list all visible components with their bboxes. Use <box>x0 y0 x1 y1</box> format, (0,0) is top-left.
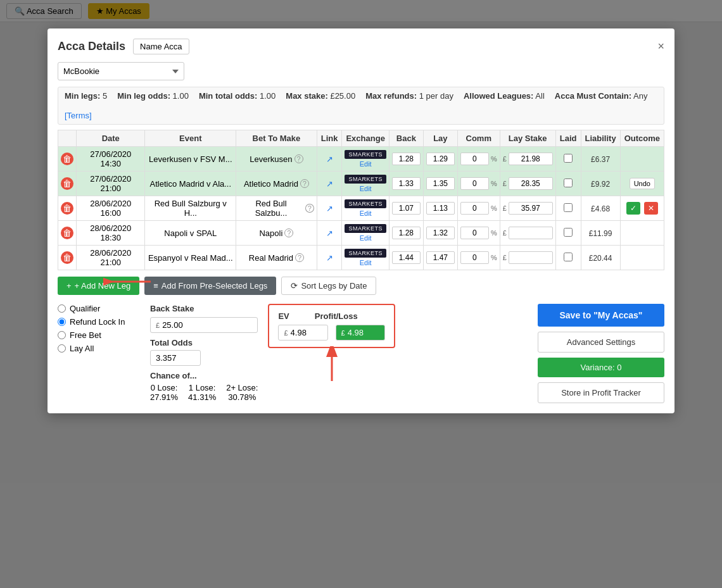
laid-checkbox-5[interactable] <box>564 253 573 261</box>
laid-checkbox-2[interactable] <box>564 178 573 187</box>
qualifier-radio-label[interactable]: Qualifier <box>58 304 140 313</box>
profit-input[interactable] <box>348 328 379 337</box>
add-preselected-button[interactable]: ≡ Add From Pre-Selected Legs <box>144 277 276 295</box>
store-tracker-button[interactable]: Store in Profit Tracker <box>538 382 664 403</box>
outcome-5 <box>620 246 664 270</box>
help-icon-3[interactable]: ? <box>305 204 314 213</box>
close-button[interactable]: × <box>657 40 664 53</box>
date-5: 28/06/2020 21:00 <box>77 246 145 270</box>
ev-profit-box: EV Profit/Loss £ £ <box>268 304 395 348</box>
cancel-button-3[interactable]: ✕ <box>644 202 658 215</box>
lay-input-2[interactable] <box>426 177 455 190</box>
external-link-1[interactable]: ↗ <box>326 154 333 164</box>
sort-legs-button[interactable]: ⟳ Sort Legs by Date <box>281 277 376 295</box>
delete-row-2-button[interactable]: 🗑 <box>61 177 73 190</box>
lay-input-1[interactable] <box>426 153 455 165</box>
free-bet-radio-label[interactable]: Free Bet <box>58 330 140 340</box>
ev-currency: £ <box>284 329 288 337</box>
back-input-1[interactable] <box>392 153 421 165</box>
back-input-4[interactable] <box>392 227 421 239</box>
delete-row-1-button[interactable]: 🗑 <box>61 153 73 165</box>
info-bar: Min legs: 5 Min leg odds: 1.00 Min total… <box>58 87 664 125</box>
comm-input-1[interactable] <box>460 153 489 165</box>
lay-input-4[interactable] <box>426 227 455 239</box>
exchange-edit-3[interactable]: Edit <box>360 210 372 217</box>
lay-input-5[interactable] <box>426 251 455 264</box>
exchange-edit-1[interactable]: Edit <box>360 160 372 168</box>
name-acca-button[interactable]: Name Acca <box>133 39 189 54</box>
exchange-edit-2[interactable]: Edit <box>360 185 372 192</box>
help-icon-5[interactable]: ? <box>295 253 304 262</box>
stake-label: Back Stake <box>150 304 258 313</box>
col-delete <box>58 130 77 147</box>
exchange-badge-3: SMARKETS <box>345 199 386 208</box>
acca-details-modal: Acca Details Name Acca × McBookie Min le… <box>48 28 674 413</box>
bookmaker-dropdown[interactable]: McBookie <box>58 62 184 80</box>
external-link-3[interactable]: ↗ <box>326 204 333 213</box>
lay-all-radio[interactable] <box>58 344 66 353</box>
allowed-leagues-info: Allowed Leagues: All <box>464 91 545 101</box>
save-accas-button[interactable]: Save to "My Accas" <box>538 304 664 327</box>
back-input-2[interactable] <box>392 177 421 190</box>
chance-1-lose-value: 41.31% <box>188 392 216 402</box>
back-input-3[interactable] <box>392 202 421 215</box>
col-laid: Laid <box>555 130 581 147</box>
exchange-edit-4[interactable]: Edit <box>360 234 372 242</box>
right-actions: Save to "My Accas" Advanced Settings Var… <box>538 304 664 403</box>
delete-row-5-button[interactable]: 🗑 <box>61 251 73 264</box>
col-back: Back <box>389 130 423 147</box>
col-link: Link <box>317 130 342 147</box>
external-link-2[interactable]: ↗ <box>326 179 333 189</box>
outcome-4 <box>620 221 664 246</box>
exchange-edit-5[interactable]: Edit <box>360 259 372 266</box>
free-bet-radio[interactable] <box>58 331 66 339</box>
exchange-badge-2: SMARKETS <box>345 175 386 184</box>
laid-checkbox-1[interactable] <box>564 154 573 163</box>
lay-stake-input-1[interactable] <box>509 153 553 165</box>
lay-stake-input-3[interactable] <box>509 202 553 215</box>
help-icon-1[interactable]: ? <box>294 154 303 163</box>
liability-2: £9.92 <box>591 180 610 189</box>
refund-lock-in-radio[interactable] <box>58 318 66 326</box>
bet-2: Atletico Madrid <box>244 179 298 189</box>
ev-input[interactable] <box>291 328 322 337</box>
help-icon-4[interactable]: ? <box>284 228 293 237</box>
col-event: Event <box>145 130 236 147</box>
terms-link[interactable]: [Terms] <box>65 111 92 120</box>
lay-all-radio-label[interactable]: Lay All <box>58 344 140 353</box>
undo-button-2[interactable]: Undo <box>630 178 655 189</box>
comm-input-2[interactable] <box>460 177 489 190</box>
laid-checkbox-3[interactable] <box>564 203 573 212</box>
chance-0-lose: 0 Lose: 27.91% <box>150 383 178 402</box>
comm-input-4[interactable] <box>460 227 489 239</box>
confirm-button-3[interactable]: ✓ <box>626 202 640 215</box>
min-legs-info: Min legs: 5 <box>65 91 107 101</box>
external-link-5[interactable]: ↗ <box>326 253 333 263</box>
col-lay: Lay <box>423 130 457 147</box>
delete-row-3-button[interactable]: 🗑 <box>61 202 73 215</box>
event-1: Leverkusen v FSV M... <box>145 147 236 172</box>
liability-1: £6.37 <box>591 155 610 164</box>
refund-lock-in-radio-label[interactable]: Refund Lock In <box>58 317 140 327</box>
event-3: Red Bull Salzburg v H... <box>145 196 236 221</box>
ev-input-row: £ <box>278 325 327 341</box>
advanced-settings-button[interactable]: Advanced Settings <box>538 332 664 353</box>
stake-input[interactable] <box>162 320 206 330</box>
table-row: 🗑 28/06/2020 16:00 Red Bull Salzburg v H… <box>58 196 664 221</box>
external-link-4[interactable]: ↗ <box>326 228 333 238</box>
lay-stake-input-2[interactable] <box>509 177 553 190</box>
back-input-5[interactable] <box>392 251 421 264</box>
help-icon-2[interactable]: ? <box>300 179 309 188</box>
delete-row-4-button[interactable]: 🗑 <box>61 227 73 239</box>
lay-stake-input-5[interactable] <box>509 251 553 264</box>
qualifier-radio[interactable] <box>58 304 66 313</box>
add-new-leg-button[interactable]: + + Add New Leg <box>58 277 139 295</box>
modal-title: Acca Details <box>58 40 125 53</box>
lay-input-3[interactable] <box>426 202 455 215</box>
laid-checkbox-4[interactable] <box>564 228 573 237</box>
lay-stake-input-4[interactable] <box>509 227 553 239</box>
comm-input-3[interactable] <box>460 202 489 215</box>
comm-input-5[interactable] <box>460 251 489 264</box>
variance-button[interactable]: Variance: 0 <box>538 358 664 377</box>
bet-5: Real Madrid <box>249 253 293 263</box>
